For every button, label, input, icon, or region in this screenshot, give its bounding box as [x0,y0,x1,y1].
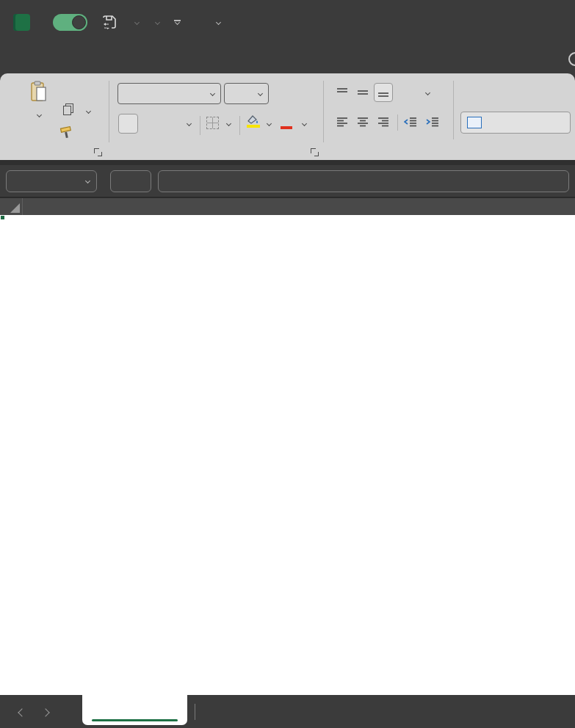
bold-button[interactable] [118,114,138,134]
select-all-triangle-icon [10,203,20,213]
divider [200,116,200,135]
paste-icon [29,81,48,103]
sheet-next-icon[interactable] [43,705,48,718]
font-color-chevron-icon[interactable] [302,121,307,126]
fill-color-chevron-icon[interactable] [267,121,272,126]
font-launcher-icon[interactable] [310,148,319,157]
merge-center-button[interactable] [460,112,571,134]
fill-handle[interactable] [0,215,5,220]
column-header-row [0,198,575,215]
autosave-toggle[interactable] [53,14,87,31]
wrap-text-icon [463,84,477,98]
sheet-prev-icon[interactable] [19,705,25,718]
ribbon [0,73,575,160]
excel-logo-icon[interactable] [13,14,30,31]
divider [239,116,240,135]
formula-actions [110,170,151,192]
name-box-chevron-icon [85,178,90,183]
align-top-icon[interactable] [333,83,352,102]
fill-color-icon[interactable] [247,114,261,128]
save-icon[interactable] [101,13,118,31]
align-bottom-icon[interactable] [374,83,393,102]
group-divider [323,81,324,142]
customize-toolbar-icon[interactable] [174,20,181,24]
paste-chevron-icon[interactable] [36,112,41,117]
ribbon-grid-divider [0,160,575,165]
divider [453,81,454,139]
toggle-knob-icon [72,15,86,29]
select-all-corner[interactable] [0,198,23,215]
spreadsheet-grid [0,198,575,695]
formula-input[interactable] [158,170,569,192]
copy-icon[interactable] [63,106,71,115]
formula-bar [0,165,575,198]
sheet-tab-sales-report[interactable] [82,695,187,725]
ribbon-tab-row [0,44,575,73]
fill-color-swatch [247,125,260,128]
document-title[interactable] [200,21,220,24]
wrap-text-button[interactable] [463,84,482,98]
paste-button[interactable] [22,81,56,120]
font-color-swatch [281,126,292,129]
group-divider [109,81,109,142]
sheet-tab-bar [0,695,575,728]
borders-icon[interactable] [206,117,219,129]
format-painter-icon[interactable] [59,126,73,139]
font-size-select[interactable] [224,83,269,104]
redo-menu-chevron-icon[interactable] [155,19,160,24]
align-middle-icon[interactable] [353,83,372,102]
title-bar [0,0,575,44]
divider [397,114,398,131]
title-chevron-icon [216,19,221,24]
search-icon[interactable] [568,52,575,66]
merge-center-icon [467,117,482,128]
align-right-icon[interactable] [374,112,393,131]
undo-menu-chevron-icon[interactable] [134,19,140,24]
name-box[interactable] [6,170,97,192]
underline-chevron-icon[interactable] [187,121,192,126]
decrease-indent-icon[interactable] [401,112,420,131]
tab-divider [195,704,195,720]
font-name-select[interactable] [117,83,221,104]
clipboard-launcher-icon[interactable] [93,148,103,157]
align-left-icon[interactable] [333,112,352,131]
borders-chevron-icon[interactable] [226,121,231,126]
copy-chevron-icon[interactable] [86,109,91,114]
align-center-icon[interactable] [353,112,372,131]
increase-indent-icon[interactable] [423,112,442,131]
orientation-chevron-icon[interactable] [425,90,430,95]
